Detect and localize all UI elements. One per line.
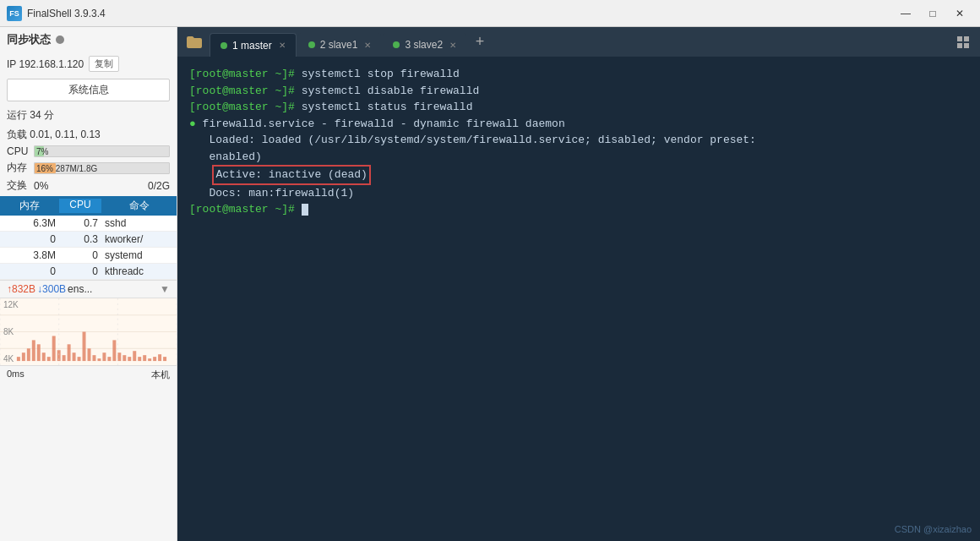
svg-rect-6	[32, 340, 35, 361]
terminal-line: Active: inactive (dead)	[189, 165, 968, 185]
tab-list: 1 master ✕ 2 slave1 ✕ 3 slave2 ✕	[210, 27, 466, 57]
svg-rect-30	[153, 357, 156, 361]
svg-rect-26	[133, 351, 136, 361]
chart-labels: 12K 8K 4K	[3, 298, 19, 365]
proc-cmd: systemd	[101, 249, 177, 261]
sparkline-svg	[0, 298, 177, 365]
svg-rect-10	[52, 336, 56, 361]
svg-rect-29	[148, 358, 151, 361]
process-row: 3.8M 0 systemd	[0, 248, 177, 264]
svg-rect-21	[107, 357, 111, 361]
proc-header-cpu[interactable]: CPU	[59, 199, 101, 213]
term-text: firewalld.service - firewalld - dynamic …	[203, 117, 565, 130]
svg-rect-14	[73, 352, 76, 361]
app-title: FinalShell 3.9.3.4	[27, 8, 892, 19]
term-text: Loaded: loaded (/usr/lib/systemd/system/…	[189, 134, 756, 146]
process-row: 6.3M 0.7 sshd	[0, 216, 177, 232]
terminal-line: ● firewalld.service - firewalld - dynami…	[189, 116, 968, 133]
local-label: 本机	[151, 369, 170, 381]
proc-mem: 6.3M	[0, 217, 59, 229]
term-text: enabled)	[189, 150, 262, 163]
tab-close-button[interactable]: ✕	[449, 41, 456, 50]
sync-label: 同步状态	[7, 32, 51, 47]
svg-rect-18	[92, 355, 95, 361]
proc-cpu: 0.7	[59, 217, 101, 229]
tab-label: 2 slave1	[320, 39, 358, 51]
terminal-line: [root@master ~]#	[189, 201, 968, 218]
tab-dot	[393, 41, 400, 48]
proc-cpu: 0	[59, 265, 101, 277]
svg-rect-23	[117, 352, 121, 361]
sidebar: 同步状态 IP 192.168.1.120 复制 系统信息 运行 34 分 负载…	[0, 27, 177, 541]
process-table-header: 内存 CPU 命令	[0, 196, 177, 216]
chart-label-8k: 8K	[3, 327, 19, 336]
term-prompt: [root@master ~]#	[189, 68, 302, 80]
cpu-row: CPU 7%	[0, 144, 177, 159]
terminal-line: [root@master ~]# systemctl disable firew…	[189, 83, 968, 100]
svg-rect-32	[163, 357, 166, 361]
runtime-label: 运行 34 分	[0, 105, 177, 126]
mem-row: 内存 16% 287M/1.8G	[0, 159, 177, 177]
tab-close-button[interactable]: ✕	[364, 41, 371, 50]
svg-rect-40	[964, 43, 969, 48]
folder-icon[interactable]	[181, 29, 208, 56]
term-bullet: ●	[189, 117, 203, 130]
tab-label: 3 slave2	[405, 39, 443, 51]
proc-header-mem[interactable]: 内存	[0, 199, 59, 213]
term-cursor	[302, 204, 308, 216]
copy-ip-button[interactable]: 复制	[89, 56, 119, 72]
tab-close-button[interactable]: ✕	[279, 41, 286, 50]
close-button[interactable]: ✕	[946, 0, 973, 27]
tabbar: 1 master ✕ 2 slave1 ✕ 3 slave2 ✕ +	[177, 27, 980, 57]
svg-rect-20	[102, 352, 106, 361]
process-row: 0 0 kthreadc	[0, 264, 177, 280]
maximize-button[interactable]: □	[919, 0, 946, 27]
cpu-bar: 7%	[34, 145, 170, 157]
sync-dot	[56, 36, 64, 44]
proc-cmd: sshd	[101, 217, 177, 229]
tab-tab2[interactable]: 2 slave1 ✕	[298, 33, 382, 57]
sparkline-chart: 12K 8K 4K	[0, 298, 177, 365]
svg-rect-39	[957, 43, 962, 48]
swap-row: 交换 0% 0/2G	[0, 177, 177, 194]
tab-tab3[interactable]: 3 slave2 ✕	[383, 33, 466, 57]
process-row: 0 0.3 kworker/	[0, 232, 177, 248]
sidebar-bottom: 0ms 本机	[0, 365, 177, 384]
chart-label-4k: 4K	[3, 354, 19, 363]
proc-cpu: 0	[59, 249, 101, 261]
sysinfo-button[interactable]: 系统信息	[7, 79, 170, 101]
net-upload: ↑832B	[7, 283, 35, 295]
terminal-area: 1 master ✕ 2 slave1 ✕ 3 slave2 ✕ + [root…	[177, 27, 980, 541]
svg-rect-22	[112, 340, 116, 361]
proc-header-cmd[interactable]: 命令	[101, 199, 177, 213]
tab-dot	[220, 42, 227, 49]
proc-cpu: 0.3	[59, 233, 101, 245]
terminal-line: enabled)	[189, 149, 968, 166]
term-boxed-text: Active: inactive (dead)	[212, 165, 370, 185]
terminal-line: Docs: man:firewalld(1)	[189, 185, 968, 202]
add-tab-button[interactable]: +	[468, 30, 492, 54]
swap-right: 0/2G	[148, 180, 170, 192]
svg-rect-9	[47, 357, 51, 361]
load-label: 负载 0.01, 0.11, 0.13	[0, 126, 177, 144]
app-icon: FS	[7, 6, 22, 21]
swap-value: 0%	[34, 180, 144, 192]
svg-rect-16	[83, 332, 86, 362]
term-command: systemctl stop firewalld	[302, 68, 460, 80]
swap-label: 交换	[7, 178, 30, 193]
term-prompt: [root@master ~]#	[189, 85, 302, 97]
net-arrow-icon[interactable]: ▼	[160, 283, 170, 295]
svg-rect-7	[37, 344, 41, 361]
titlebar: FS FinalShell 3.9.3.4 — □ ✕	[0, 0, 980, 27]
net-interface: ens...	[68, 283, 158, 295]
terminal-content[interactable]: [root@master ~]# systemctl stop firewall…	[177, 57, 980, 541]
grid-view-button[interactable]	[950, 30, 977, 54]
tab-tab1[interactable]: 1 master ✕	[210, 33, 297, 57]
minimize-button[interactable]: —	[892, 0, 919, 27]
svg-rect-28	[143, 355, 146, 361]
term-prompt: [root@master ~]#	[189, 101, 302, 113]
mem-value: 16% 287M/1.8G	[36, 163, 97, 175]
terminal-line: [root@master ~]# systemctl status firewa…	[189, 99, 968, 116]
net-download: ↓300B	[37, 283, 66, 295]
svg-rect-15	[78, 357, 81, 361]
